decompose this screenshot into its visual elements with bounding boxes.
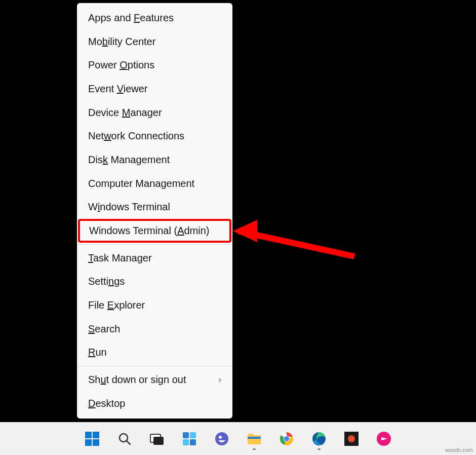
- svg-point-24: [348, 435, 355, 442]
- menu-item-shut-down-or-sign-out[interactable]: Shut down or sign out›: [77, 368, 232, 392]
- task-view-button[interactable]: [143, 427, 171, 451]
- winx-context-menu: Apps and FeaturesMobility CenterPower Op…: [77, 3, 232, 419]
- app-icon-2[interactable]: [370, 427, 398, 451]
- menu-item-label: Mobility Center: [88, 36, 155, 48]
- menu-item-apps-and-features[interactable]: Apps and Features: [77, 6, 232, 30]
- desktop-background: [0, 0, 476, 455]
- menu-item-task-manager[interactable]: Task Manager: [77, 246, 232, 270]
- svg-point-15: [215, 432, 228, 445]
- menu-item-power-options[interactable]: Power Options: [77, 53, 232, 77]
- menu-item-run[interactable]: Run: [77, 341, 232, 365]
- svg-rect-6: [93, 439, 99, 446]
- svg-point-21: [284, 436, 289, 441]
- menu-item-computer-management[interactable]: Computer Management: [77, 172, 232, 196]
- svg-point-16: [219, 436, 222, 439]
- svg-rect-14: [190, 439, 196, 445]
- svg-rect-5: [85, 439, 92, 446]
- menu-item-device-manager[interactable]: Device Manager: [77, 101, 232, 125]
- menu-item-search[interactable]: Search: [77, 317, 232, 341]
- menu-item-label: Run: [88, 347, 107, 358]
- edge-icon[interactable]: [305, 427, 333, 451]
- running-indicator: [253, 448, 256, 450]
- watermark: wsxdn.com: [445, 447, 473, 453]
- svg-rect-10: [153, 437, 164, 445]
- menu-item-label: Shut down or sign out: [88, 374, 186, 386]
- chat-icon[interactable]: [208, 427, 235, 451]
- menu-item-mobility-center[interactable]: Mobility Center: [77, 30, 232, 54]
- menu-item-label: Task Manager: [88, 252, 152, 264]
- start-button[interactable]: [78, 427, 106, 451]
- running-indicator: [318, 448, 321, 450]
- menu-item-label: Windows Terminal (Admin): [89, 225, 209, 237]
- widgets-button[interactable]: [176, 427, 203, 451]
- menu-item-label: Desktop: [88, 398, 125, 409]
- menu-item-label: Apps and Features: [88, 12, 174, 24]
- menu-separator: [77, 366, 232, 366]
- menu-item-label: Network Connections: [88, 130, 184, 142]
- menu-item-event-viewer[interactable]: Event Viewer: [77, 77, 232, 101]
- menu-item-windows-terminal[interactable]: Windows Terminal: [77, 196, 232, 219]
- menu-item-label: Device Manager: [88, 107, 162, 119]
- svg-rect-4: [93, 432, 99, 438]
- menu-item-label: Windows Terminal: [88, 201, 170, 213]
- svg-rect-13: [183, 439, 189, 445]
- chrome-icon[interactable]: [273, 427, 300, 451]
- menu-item-label: Event Viewer: [88, 83, 147, 95]
- menu-item-windows-terminal-admin[interactable]: Windows Terminal (Admin): [78, 219, 231, 243]
- menu-item-file-explorer[interactable]: File Explorer: [77, 293, 232, 317]
- svg-rect-3: [85, 432, 92, 438]
- svg-line-8: [127, 441, 130, 444]
- menu-separator: [77, 244, 232, 245]
- menu-item-settings[interactable]: Settings: [77, 270, 232, 294]
- svg-rect-11: [183, 432, 189, 438]
- menu-item-disk-management[interactable]: Disk Management: [77, 148, 232, 172]
- menu-item-label: Computer Management: [88, 178, 194, 189]
- menu-item-label: Disk Management: [88, 154, 170, 166]
- file-explorer-icon[interactable]: [241, 427, 268, 451]
- chevron-right-icon: ›: [218, 374, 221, 385]
- taskbar: [0, 422, 476, 455]
- svg-rect-12: [190, 432, 196, 438]
- menu-item-label: Settings: [88, 276, 125, 287]
- search-button[interactable]: [111, 427, 138, 451]
- svg-rect-17: [248, 437, 261, 439]
- app-icon-1[interactable]: [338, 427, 365, 451]
- menu-item-network-connections[interactable]: Network Connections: [77, 124, 232, 148]
- menu-item-label: File Explorer: [88, 299, 145, 311]
- menu-item-label: Search: [88, 323, 120, 335]
- menu-item-desktop[interactable]: Desktop: [77, 392, 232, 415]
- menu-item-label: Power Options: [88, 59, 154, 71]
